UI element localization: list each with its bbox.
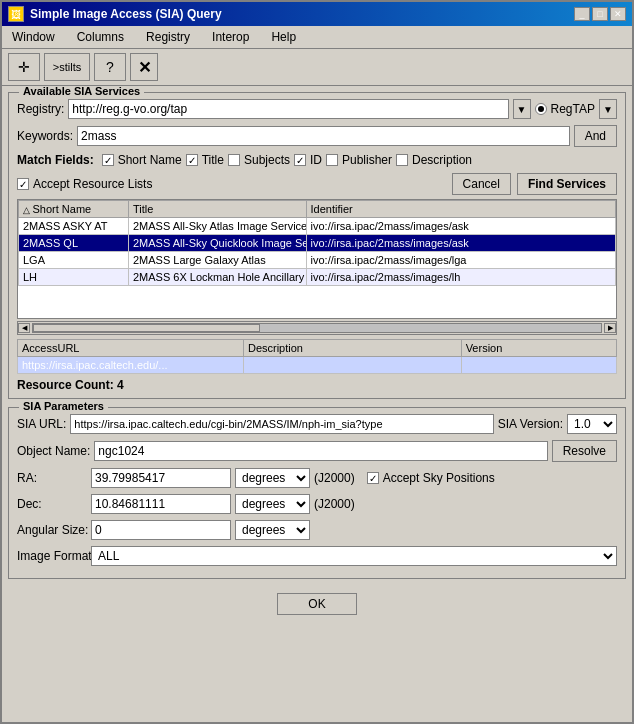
main-content: Available SIA Services Registry: ▼ RegTA… xyxy=(2,86,632,722)
label-subjects[interactable]: Subjects xyxy=(244,153,290,167)
checkbox-subjects[interactable] xyxy=(228,154,240,166)
scroll-track[interactable] xyxy=(32,323,602,333)
ra-label: RA: xyxy=(17,471,87,485)
accept-right: Cancel Find Services xyxy=(452,173,617,195)
checkbox-id[interactable] xyxy=(294,154,306,166)
match-fields-label: Match Fields: xyxy=(17,153,94,167)
angular-size-input[interactable] xyxy=(91,520,231,540)
accept-left: Accept Resource Lists xyxy=(17,177,152,191)
scroll-left-btn[interactable]: ◀ xyxy=(18,323,30,333)
table-row[interactable]: 2MASS QL 2MASS All-Sky Quicklook Image S… xyxy=(19,235,616,252)
dec-row: Dec: degrees dms (J2000) xyxy=(17,494,617,514)
available-sia-section: Available SIA Services Registry: ▼ RegTA… xyxy=(8,92,626,399)
accept-row: Accept Resource Lists Cancel Find Servic… xyxy=(17,173,617,195)
close-tool-btn[interactable]: ✕ xyxy=(130,53,158,81)
label-id[interactable]: ID xyxy=(310,153,322,167)
object-name-row: Object Name: Resolve xyxy=(17,440,617,462)
window-title: Simple Image Access (SIA) Query xyxy=(30,7,568,21)
col-short-name[interactable]: △ Short Name xyxy=(19,201,129,218)
checkbox-publisher[interactable] xyxy=(326,154,338,166)
label-description[interactable]: Description xyxy=(412,153,472,167)
label-publisher[interactable]: Publisher xyxy=(342,153,392,167)
menu-interop[interactable]: Interop xyxy=(206,28,255,46)
find-services-btn[interactable]: Find Services xyxy=(517,173,617,195)
label-short-name[interactable]: Short Name xyxy=(118,153,182,167)
table-row[interactable]: https://irsa.ipac.caltech.edu/... xyxy=(18,357,617,374)
cell-title: 2MASS All-Sky Quicklook Image Service xyxy=(129,235,307,252)
accept-sky-label[interactable]: Accept Sky Positions xyxy=(383,471,495,485)
sia-url-label: SIA URL: xyxy=(17,417,66,431)
sort-arrow-icon: △ xyxy=(23,205,33,215)
horizontal-scrollbar[interactable]: ◀ ▶ xyxy=(17,321,617,335)
main-window: 🖼 Simple Image Access (SIA) Query _ □ ✕ … xyxy=(0,0,634,724)
ra-row: RA: degrees hms (J2000) Accept Sky Posit… xyxy=(17,468,617,488)
checkbox-title[interactable] xyxy=(186,154,198,166)
cell-identifier: ivo://irsa.ipac/2mass/images/lh xyxy=(306,269,615,286)
cell-title: 2MASS All-Sky Atlas Image Service xyxy=(129,218,307,235)
menu-registry[interactable]: Registry xyxy=(140,28,196,46)
col-access-url[interactable]: AccessURL xyxy=(18,340,244,357)
checkbox-short-name[interactable] xyxy=(102,154,114,166)
sia-version-select[interactable]: 1.0 2.0 xyxy=(567,414,617,434)
close-btn[interactable]: ✕ xyxy=(610,7,626,21)
cell-identifier: ivo://irsa.ipac/2mass/images/ask xyxy=(306,235,615,252)
angular-unit-select[interactable]: degrees arcmin arcsec xyxy=(235,520,310,540)
minimize-btn[interactable]: _ xyxy=(574,7,590,21)
accept-resource-label[interactable]: Accept Resource Lists xyxy=(33,177,152,191)
and-btn[interactable]: And xyxy=(574,125,617,147)
label-title[interactable]: Title xyxy=(202,153,224,167)
section-title-available: Available SIA Services xyxy=(19,86,144,97)
registry-input[interactable] xyxy=(68,99,508,119)
table-row[interactable]: 2MASS ASKY AT 2MASS All-Sky Atlas Image … xyxy=(19,218,616,235)
cell-short-name: LH xyxy=(19,269,129,286)
resolve-btn[interactable]: Resolve xyxy=(552,440,617,462)
services-table: △ Short Name Title Identifier 2MASS ASKY… xyxy=(18,200,616,286)
help-tool-btn[interactable]: ? xyxy=(94,53,126,81)
maximize-btn[interactable]: □ xyxy=(592,7,608,21)
stilts-btn[interactable]: >stilts xyxy=(44,53,90,81)
menu-window[interactable]: Window xyxy=(6,28,61,46)
window-icon: 🖼 xyxy=(8,6,24,22)
crosshair-tool-btn[interactable]: ✛ xyxy=(8,53,40,81)
table-row[interactable]: LGA 2MASS Large Galaxy Atlas ivo://irsa.… xyxy=(19,252,616,269)
scroll-thumb[interactable] xyxy=(33,324,260,332)
ra-unit-select[interactable]: degrees hms xyxy=(235,468,310,488)
registry-row: Registry: ▼ RegTAP ▼ xyxy=(17,99,617,119)
scroll-right-btn[interactable]: ▶ xyxy=(604,323,616,333)
checkbox-accept-sky[interactable] xyxy=(367,472,379,484)
menu-columns[interactable]: Columns xyxy=(71,28,130,46)
checkbox-accept-resource[interactable] xyxy=(17,178,29,190)
ra-epoch: (J2000) xyxy=(314,471,355,485)
col-identifier[interactable]: Identifier xyxy=(306,201,615,218)
menu-bar: Window Columns Registry Interop Help xyxy=(2,26,632,49)
object-name-input[interactable] xyxy=(94,441,547,461)
cell-short-name: 2MASS ASKY AT xyxy=(19,218,129,235)
cell-version xyxy=(461,357,616,374)
keywords-label: Keywords: xyxy=(17,129,73,143)
image-format-row: Image Format: ALL FITS PNG JPEG xyxy=(17,546,617,566)
image-format-select[interactable]: ALL FITS PNG JPEG xyxy=(91,546,617,566)
footer: OK xyxy=(8,587,626,621)
checkbox-description[interactable] xyxy=(396,154,408,166)
cell-description xyxy=(243,357,461,374)
keywords-input[interactable] xyxy=(77,126,570,146)
ok-btn[interactable]: OK xyxy=(277,593,356,615)
sia-version-label: SIA Version: xyxy=(498,417,563,431)
dec-input[interactable] xyxy=(91,494,231,514)
table-row[interactable]: LH 2MASS 6X Lockman Hole Ancillary Data … xyxy=(19,269,616,286)
title-bar: 🖼 Simple Image Access (SIA) Query _ □ ✕ xyxy=(2,2,632,26)
registry-dropdown-btn[interactable]: ▼ xyxy=(513,99,531,119)
dec-unit-select[interactable]: degrees dms xyxy=(235,494,310,514)
ra-input[interactable] xyxy=(91,468,231,488)
regtap-radio[interactable] xyxy=(535,103,547,115)
col-version[interactable]: Version xyxy=(461,340,616,357)
col-description[interactable]: Description xyxy=(243,340,461,357)
regtap-dropdown-btn[interactable]: ▼ xyxy=(599,99,617,119)
cancel-btn[interactable]: Cancel xyxy=(452,173,511,195)
table-header: △ Short Name Title Identifier xyxy=(19,201,616,218)
menu-help[interactable]: Help xyxy=(265,28,302,46)
services-table-container: △ Short Name Title Identifier 2MASS ASKY… xyxy=(17,199,617,319)
sia-url-input[interactable] xyxy=(70,414,493,434)
col-title[interactable]: Title xyxy=(129,201,307,218)
section-title-sia: SIA Parameters xyxy=(19,400,108,412)
